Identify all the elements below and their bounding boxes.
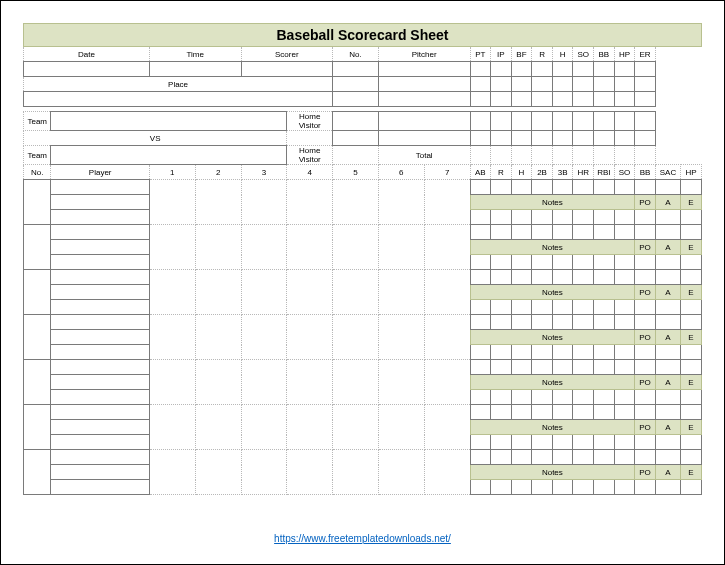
stat-cell[interactable]	[470, 360, 491, 375]
stat-cell[interactable]	[655, 345, 680, 360]
stat-cell[interactable]	[470, 255, 491, 270]
stat-cell[interactable]	[552, 300, 573, 315]
input-pt-1[interactable]	[470, 62, 491, 77]
player-name[interactable]	[51, 330, 149, 345]
stat-cell[interactable]	[635, 390, 656, 405]
inning-cell[interactable]	[241, 180, 287, 225]
input-bb-1[interactable]	[594, 62, 615, 77]
stat-cell[interactable]	[655, 270, 680, 285]
stat-cell[interactable]	[470, 405, 491, 420]
inning-cell[interactable]	[149, 315, 195, 360]
inning-cell[interactable]	[149, 450, 195, 495]
inning-cell[interactable]	[333, 225, 379, 270]
stat-cell[interactable]	[655, 450, 680, 465]
stat-cell[interactable]	[532, 405, 553, 420]
stat-cell[interactable]	[655, 300, 680, 315]
player-name[interactable]	[51, 210, 149, 225]
input-pitcher-4[interactable]	[378, 112, 470, 131]
stat-cell[interactable]	[511, 255, 532, 270]
stat-cell[interactable]	[511, 300, 532, 315]
stat-cell[interactable]	[532, 390, 553, 405]
input-pitcher-3[interactable]	[378, 92, 470, 107]
stat-cell[interactable]	[511, 315, 532, 330]
stat-cell[interactable]	[573, 345, 594, 360]
stat-cell[interactable]	[681, 480, 702, 495]
stat-cell[interactable]	[655, 405, 680, 420]
inning-cell[interactable]	[287, 315, 333, 360]
stat-cell[interactable]	[681, 345, 702, 360]
stat-cell[interactable]	[491, 315, 512, 330]
stat-cell[interactable]	[655, 180, 680, 195]
stat-cell[interactable]	[491, 300, 512, 315]
inning-cell[interactable]	[287, 405, 333, 450]
inning-cell[interactable]	[424, 450, 470, 495]
stat-cell[interactable]	[511, 360, 532, 375]
inning-cell[interactable]	[195, 315, 241, 360]
stat-cell[interactable]	[470, 390, 491, 405]
stat-cell[interactable]	[681, 225, 702, 240]
player-name[interactable]	[51, 240, 149, 255]
stat-cell[interactable]	[594, 300, 615, 315]
stat-cell[interactable]	[655, 435, 680, 450]
inning-cell[interactable]	[241, 405, 287, 450]
input-er-1[interactable]	[635, 62, 656, 77]
stat-cell[interactable]	[573, 480, 594, 495]
inning-cell[interactable]	[378, 225, 424, 270]
inning-cell[interactable]	[195, 225, 241, 270]
inning-cell[interactable]	[424, 270, 470, 315]
player-no[interactable]	[24, 270, 51, 315]
stat-cell[interactable]	[594, 210, 615, 225]
stat-cell[interactable]	[635, 480, 656, 495]
stat-cell[interactable]	[635, 360, 656, 375]
stat-cell[interactable]	[681, 405, 702, 420]
inning-cell[interactable]	[195, 270, 241, 315]
input-pitcher-1[interactable]	[378, 62, 470, 77]
inning-cell[interactable]	[195, 405, 241, 450]
inning-cell[interactable]	[424, 180, 470, 225]
stat-cell[interactable]	[470, 300, 491, 315]
stat-cell[interactable]	[491, 360, 512, 375]
player-name[interactable]	[51, 420, 149, 435]
inning-cell[interactable]	[333, 360, 379, 405]
player-name[interactable]	[51, 180, 149, 195]
player-name[interactable]	[51, 315, 149, 330]
input-h-1[interactable]	[552, 62, 573, 77]
inning-cell[interactable]	[149, 225, 195, 270]
input-pitcher-no-3[interactable]	[333, 92, 379, 107]
stat-cell[interactable]	[681, 180, 702, 195]
stat-cell[interactable]	[655, 255, 680, 270]
player-name[interactable]	[51, 465, 149, 480]
stat-cell[interactable]	[491, 435, 512, 450]
inning-cell[interactable]	[333, 450, 379, 495]
stat-cell[interactable]	[594, 390, 615, 405]
stat-cell[interactable]	[491, 225, 512, 240]
inning-cell[interactable]	[149, 270, 195, 315]
input-pitcher-no-4[interactable]	[333, 112, 379, 131]
input-so-1[interactable]	[573, 62, 594, 77]
stat-cell[interactable]	[614, 255, 635, 270]
stat-cell[interactable]	[552, 270, 573, 285]
player-name[interactable]	[51, 285, 149, 300]
stat-cell[interactable]	[491, 405, 512, 420]
stat-cell[interactable]	[594, 225, 615, 240]
input-bf-1[interactable]	[511, 62, 532, 77]
player-name[interactable]	[51, 300, 149, 315]
player-name[interactable]	[51, 435, 149, 450]
stat-cell[interactable]	[573, 315, 594, 330]
inning-cell[interactable]	[287, 180, 333, 225]
stat-cell[interactable]	[635, 210, 656, 225]
stat-cell[interactable]	[552, 210, 573, 225]
stat-cell[interactable]	[532, 180, 553, 195]
stat-cell[interactable]	[573, 255, 594, 270]
stat-cell[interactable]	[573, 360, 594, 375]
inning-cell[interactable]	[287, 270, 333, 315]
stat-cell[interactable]	[552, 450, 573, 465]
stat-cell[interactable]	[681, 360, 702, 375]
input-date[interactable]	[24, 62, 150, 77]
stat-cell[interactable]	[614, 390, 635, 405]
stat-cell[interactable]	[635, 450, 656, 465]
stat-cell[interactable]	[552, 315, 573, 330]
input-pitcher-no-2[interactable]	[333, 77, 379, 92]
player-name[interactable]	[51, 345, 149, 360]
inning-cell[interactable]	[241, 315, 287, 360]
